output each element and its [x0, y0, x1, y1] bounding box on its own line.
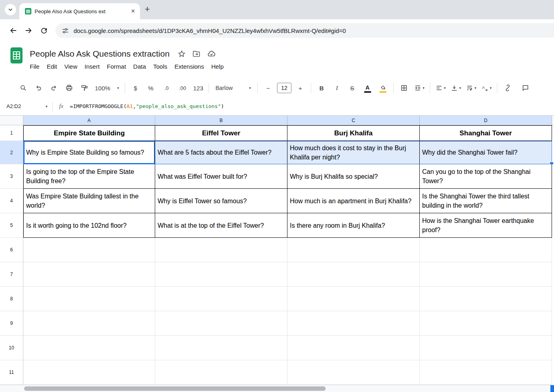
row-header-10[interactable]: 10	[0, 336, 23, 360]
browser-tab[interactable]: People Also Ask Questions ext ✕	[19, 3, 140, 19]
cell-A5[interactable]: Is it worth going to the 102nd floor?	[23, 213, 155, 238]
merge-cells-button[interactable]: ▾	[412, 82, 427, 94]
cell-D6[interactable]	[420, 238, 552, 262]
search-button[interactable]	[16, 82, 31, 94]
paint-format-button[interactable]	[77, 82, 92, 94]
menu-tools[interactable]: Tools	[150, 61, 171, 71]
new-tab-button[interactable]: +	[145, 4, 150, 14]
cell-C10[interactable]	[287, 336, 420, 360]
row-header-2[interactable]: 2	[0, 141, 23, 164]
sheets-logo-icon[interactable]	[10, 47, 23, 63]
cell-B4[interactable]: Why is Eiffel Tower so famous?	[155, 189, 287, 213]
cell-D2[interactable]: Why did the Shanghai Tower fail?	[420, 141, 552, 164]
row-header-9[interactable]: 9	[0, 311, 23, 336]
formula-input[interactable]: =IMPORTFROMGOOGLE(A1,"people_also_ask_qu…	[70, 103, 224, 109]
fill-color-button[interactable]	[375, 82, 390, 94]
column-header-a[interactable]: A	[23, 116, 155, 125]
menu-insert[interactable]: Insert	[81, 61, 103, 71]
cell-D11[interactable]	[420, 360, 552, 385]
cell-D8[interactable]	[420, 287, 552, 311]
menu-help[interactable]: Help	[207, 61, 227, 71]
cell-C9[interactable]	[287, 311, 420, 336]
cell-A1[interactable]: Empire State Building	[23, 125, 155, 141]
forward-button[interactable]	[21, 23, 36, 38]
cell-D5[interactable]: How is the Shanghai Tower earthquake pro…	[420, 213, 552, 238]
menu-file[interactable]: File	[26, 61, 43, 71]
tab-close-icon[interactable]: ✕	[129, 8, 137, 15]
cell-A8[interactable]	[23, 287, 155, 311]
cell-A7[interactable]	[23, 262, 155, 287]
document-title[interactable]: People Also Ask Questions extraction	[30, 49, 170, 59]
menu-extensions[interactable]: Extensions	[171, 61, 207, 71]
cell-B7[interactable]	[155, 262, 287, 287]
url-bar[interactable]: docs.google.com/spreadsheets/d/1DP3cKA6_…	[55, 23, 554, 38]
text-rotation-button[interactable]: A ▾	[479, 82, 494, 94]
row-header-3[interactable]: 3	[0, 164, 23, 189]
column-header-b[interactable]: B	[155, 116, 287, 125]
cell-B8[interactable]	[155, 287, 287, 311]
cell-C5[interactable]: Is there any room in Burj Khalifa?	[287, 213, 420, 238]
menu-data[interactable]: Data	[129, 61, 150, 71]
cell-B5[interactable]: What is at the top of the Eiffel Tower?	[155, 213, 287, 238]
cell-A3[interactable]: Is going to the top of the Empire State …	[23, 164, 155, 189]
print-button[interactable]	[62, 82, 76, 94]
row-header-4[interactable]: 4	[0, 189, 23, 213]
cell-D9[interactable]	[420, 311, 552, 336]
insert-link-button[interactable]	[501, 82, 515, 94]
cell-C3[interactable]: Why is Burj Khalifa so special?	[287, 164, 420, 189]
italic-button[interactable]: I	[330, 82, 344, 94]
back-button[interactable]	[6, 23, 21, 38]
text-wrap-button[interactable]: ▾	[464, 82, 478, 94]
zoom-select[interactable]: 100% ▾	[92, 82, 121, 94]
insert-comment-button[interactable]	[518, 82, 533, 94]
horizontal-scrollbar[interactable]	[0, 385, 554, 392]
font-select[interactable]: Barlow ▾	[212, 82, 254, 94]
cell-A9[interactable]	[23, 311, 155, 336]
cell-B10[interactable]	[155, 336, 287, 360]
format-percent-button[interactable]: %	[144, 82, 158, 94]
cell-C8[interactable]	[287, 287, 420, 311]
cell-D1[interactable]: Shanghai Tower	[420, 125, 552, 141]
increase-font-size-button[interactable]: +	[293, 82, 308, 94]
cell-B2[interactable]: What are 5 facts about the Eiffel Tower?	[155, 141, 287, 164]
menu-edit[interactable]: Edit	[43, 61, 61, 71]
cell-C1[interactable]: Burj Khalifa	[287, 125, 420, 141]
decrease-decimal-button[interactable]: .0	[159, 82, 174, 94]
more-formats-button[interactable]: 123	[191, 82, 205, 94]
horizontal-scrollbar-thumb[interactable]	[24, 386, 326, 391]
row-header-8[interactable]: 8	[0, 287, 23, 311]
vertical-align-button[interactable]: ▾	[449, 82, 463, 94]
cloud-status-icon[interactable]	[207, 49, 216, 58]
horizontal-align-button[interactable]: ▾	[433, 82, 448, 94]
borders-button[interactable]	[397, 82, 411, 94]
reload-button[interactable]	[36, 23, 51, 38]
bold-button[interactable]: B	[314, 82, 329, 94]
cell-D10[interactable]	[420, 336, 552, 360]
cell-A10[interactable]	[23, 336, 155, 360]
row-header-5[interactable]: 5	[0, 213, 23, 238]
cell-D4[interactable]: Is the Shanghai Tower the third tallest …	[420, 189, 552, 213]
cell-A6[interactable]	[23, 238, 155, 262]
menu-format[interactable]: Format	[103, 61, 130, 71]
cell-C7[interactable]	[287, 262, 420, 287]
redo-button[interactable]	[47, 82, 61, 94]
format-currency-button[interactable]: $	[128, 82, 143, 94]
row-header-7[interactable]: 7	[0, 262, 23, 287]
row-header-6[interactable]: 6	[0, 238, 23, 262]
star-icon[interactable]	[178, 50, 186, 58]
cell-A4[interactable]: Was Empire State Building tallest in the…	[23, 189, 155, 213]
text-color-button[interactable]: A	[360, 82, 375, 94]
cell-C4[interactable]: How much is an apartment in Burj Khalifa…	[287, 189, 420, 213]
decrease-font-size-button[interactable]: −	[261, 82, 275, 94]
column-header-d[interactable]: D	[420, 116, 552, 125]
cell-B1[interactable]: Eiffel Tower	[155, 125, 287, 141]
tab-search-button[interactable]	[5, 4, 16, 15]
name-box[interactable]: A2:D2 ▾	[0, 103, 52, 109]
row-header-1[interactable]: 1	[0, 125, 23, 141]
cell-D3[interactable]: Can you go to the top of the Shanghai To…	[420, 164, 552, 189]
undo-button[interactable]	[31, 82, 46, 94]
cell-B9[interactable]	[155, 311, 287, 336]
font-size-input[interactable]: 12	[277, 83, 291, 93]
move-folder-icon[interactable]	[192, 50, 201, 58]
strikethrough-button[interactable]: S	[345, 82, 359, 94]
